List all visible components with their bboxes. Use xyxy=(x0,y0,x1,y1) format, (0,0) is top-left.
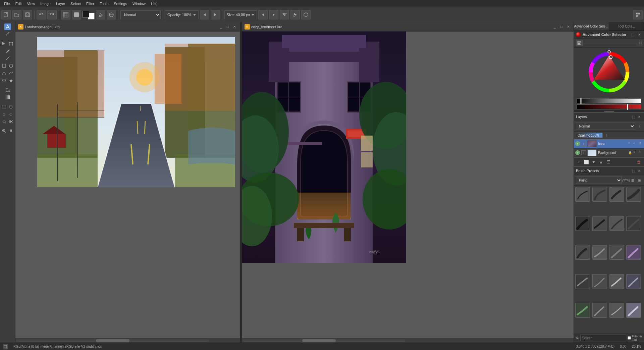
color-save-btn[interactable] xyxy=(576,40,583,46)
layer-group-btn[interactable]: ⬜ xyxy=(583,159,589,165)
tool-freehand[interactable] xyxy=(8,70,14,77)
menu-window[interactable]: Window xyxy=(130,1,148,6)
brush-view-btn[interactable]: ☰ xyxy=(630,178,635,183)
layer-blend-mode[interactable]: Normal Multiply Screen xyxy=(576,122,635,130)
layer-close-bg[interactable]: ✕ xyxy=(633,151,637,155)
opacity-next-btn[interactable] xyxy=(211,10,220,19)
layer-eye-bg[interactable]: ● xyxy=(575,150,580,155)
color-panel-close[interactable]: ✕ xyxy=(637,32,642,37)
menu-layer[interactable]: Layer xyxy=(53,1,68,6)
mirror-v-btn[interactable] xyxy=(290,10,300,19)
doc-minimize-right[interactable]: _ xyxy=(552,24,557,30)
tool-freehand-select[interactable] xyxy=(8,111,14,117)
scrollbar-h-right[interactable] xyxy=(242,338,574,343)
brush-item-10[interactable] xyxy=(592,245,607,260)
tab-color-selector[interactable]: Advanced Color Sele... xyxy=(574,22,609,31)
tool-rect-select[interactable] xyxy=(1,103,7,110)
tool-fill[interactable] xyxy=(4,87,11,93)
menu-settings[interactable]: Settings xyxy=(111,1,130,6)
tool-gradient[interactable] xyxy=(4,94,11,101)
color-wheel[interactable] xyxy=(587,50,631,94)
brush-item-18[interactable] xyxy=(592,303,607,318)
tool-paint[interactable] xyxy=(4,31,11,38)
tool-transform2[interactable] xyxy=(8,40,14,47)
size-next-btn[interactable] xyxy=(269,10,278,19)
brush-item-4[interactable] xyxy=(626,187,641,202)
brush-item-5[interactable] xyxy=(575,216,590,231)
brush-item-17[interactable] xyxy=(575,303,590,318)
brush-item-16[interactable] xyxy=(626,274,641,289)
drag-handle[interactable] xyxy=(639,42,642,44)
tool-pan[interactable] xyxy=(8,128,14,134)
canvas-viewport-right[interactable]: wojtys xyxy=(242,32,574,338)
menu-tools[interactable]: Tools xyxy=(97,1,111,6)
filter-in-tag-label[interactable]: Filter in Tag xyxy=(628,335,642,341)
brush-item-20[interactable] xyxy=(626,303,641,318)
save-button[interactable] xyxy=(23,10,32,19)
brush-item-2[interactable] xyxy=(592,187,607,202)
doc-close-left[interactable]: ✕ xyxy=(232,24,237,30)
layer-delete-btn[interactable]: 🗑 xyxy=(636,159,642,165)
layers-float-btn[interactable]: ⬚ xyxy=(631,114,636,119)
brush-item-6[interactable] xyxy=(592,216,607,231)
menu-filter[interactable]: Filter xyxy=(84,1,97,6)
scrollbar-h-left[interactable] xyxy=(15,338,240,343)
brush-item-7[interactable] xyxy=(609,216,624,231)
open-button[interactable] xyxy=(12,10,21,19)
doc-maximize-right[interactable]: □ xyxy=(559,24,564,30)
new-button[interactable] xyxy=(1,10,11,19)
brush-tag-btn[interactable]: 🏷 Tag xyxy=(623,178,629,183)
brushes-close-btn[interactable]: ✕ xyxy=(637,168,642,173)
solid-btn[interactable] xyxy=(72,10,81,19)
brush-item-8[interactable] xyxy=(626,216,641,231)
color-selector[interactable] xyxy=(83,10,95,19)
tool-transform[interactable] xyxy=(4,23,11,30)
layer-row-base[interactable]: ● α base ✕ α ⊞ xyxy=(574,139,644,148)
pattern-btn[interactable] xyxy=(61,10,70,19)
brush-item-13[interactable] xyxy=(575,274,590,289)
opacity-options-btn[interactable]: ⋮ xyxy=(604,133,609,138)
layer-filter-base[interactable]: ⊞ xyxy=(639,142,643,146)
black-white-gradient[interactable] xyxy=(577,98,641,103)
foreground-color[interactable] xyxy=(83,11,89,17)
layer-row-bg[interactable]: ● α Background 🔒 ✕ α xyxy=(574,148,644,157)
opacity-bar[interactable]: Opacity: 100% xyxy=(576,133,603,138)
menu-edit[interactable]: Edit xyxy=(13,1,24,6)
brush-category-select[interactable]: Paint Sketch Ink xyxy=(576,177,622,184)
menu-help[interactable]: Help xyxy=(148,1,161,6)
layer-move-down-btn[interactable]: ▼ xyxy=(591,159,597,165)
tool-intelligent-scissors[interactable] xyxy=(8,118,14,125)
blend-mode-select[interactable]: Normal Multiply Screen Overlay xyxy=(120,10,161,19)
brush-grid-btn[interactable]: ⊞ xyxy=(637,178,642,183)
tool-line[interactable] xyxy=(4,55,11,62)
layer-alpha-bg[interactable]: α xyxy=(639,151,643,155)
tool-ellipse[interactable] xyxy=(8,62,14,69)
brush-item-19[interactable] xyxy=(609,303,624,318)
tool-ellipse-select[interactable] xyxy=(8,103,14,110)
redo-button[interactable] xyxy=(47,10,57,19)
opacity-prev-btn[interactable] xyxy=(200,10,209,19)
undo-button[interactable] xyxy=(37,10,46,19)
red-gradient[interactable] xyxy=(577,104,641,109)
menu-file[interactable]: File xyxy=(1,1,13,6)
brush-item-11[interactable] xyxy=(609,245,624,260)
layer-close-base[interactable]: ✕ xyxy=(628,142,632,146)
tool-polygon-select[interactable] xyxy=(1,111,7,117)
doc-maximize-left[interactable]: □ xyxy=(225,24,230,30)
tool-brush[interactable] xyxy=(4,48,11,54)
doc-close-right[interactable]: ✕ xyxy=(566,24,571,30)
size-chevron[interactable] xyxy=(251,13,255,16)
color-panel-float[interactable]: ⬚ xyxy=(630,32,635,37)
brush-mode-btn[interactable] xyxy=(107,10,116,19)
tool-polygon[interactable] xyxy=(1,77,7,84)
tool-cursor[interactable] xyxy=(1,40,7,47)
size-prev-btn[interactable] xyxy=(258,10,268,19)
canvas-viewport-left[interactable]: ⌖ xyxy=(15,32,240,338)
brushes-float-btn[interactable]: ⬚ xyxy=(631,168,636,173)
doc-minimize-left[interactable]: _ xyxy=(218,24,224,30)
brush-search-input[interactable] xyxy=(580,335,626,341)
layer-move-up-btn[interactable]: ▲ xyxy=(598,159,604,165)
tool-zoom[interactable] xyxy=(1,128,7,134)
tool-magic-wand[interactable] xyxy=(1,118,7,125)
tool-rect[interactable] xyxy=(1,62,7,69)
